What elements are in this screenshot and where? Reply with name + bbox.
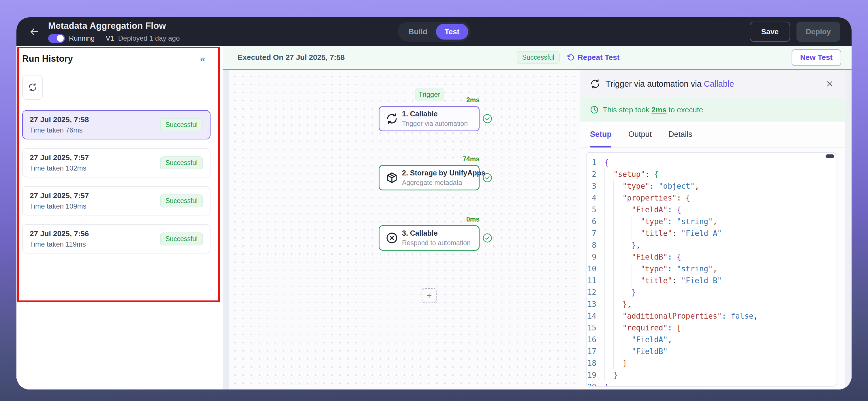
code-line: 17"FieldB" [587, 346, 837, 358]
add-step-button[interactable]: + [422, 288, 437, 303]
duration-value: 2ms [651, 105, 666, 114]
line-number: 20 [587, 381, 604, 387]
node-title: 1. Callable [402, 110, 468, 118]
code-lines: 1{2"setup": {3"type": "object",4"propert… [587, 157, 837, 387]
line-number: 11 [587, 275, 604, 287]
run-date: 27 Jul 2025, 7:58 [30, 115, 89, 124]
success-check-icon [483, 233, 492, 243]
run-history-item[interactable]: 27 Jul 2025, 7:57Time taken 102msSuccess… [22, 148, 211, 177]
line-number: 15 [587, 322, 604, 334]
node-callable-respond[interactable]: 3. Callable Respond to automation [379, 225, 479, 250]
line-number: 2 [587, 169, 604, 180]
line-number: 7 [587, 228, 604, 239]
running-toggle[interactable] [48, 34, 65, 43]
node-subtitle: Trigger via automation [402, 120, 468, 128]
tab-output[interactable]: Output [628, 130, 652, 139]
line-number: 1 [587, 157, 604, 169]
sync-icon [590, 79, 600, 89]
flow-canvas[interactable]: Trigger 2ms 1. Callable Trigger via auto… [229, 70, 580, 390]
success-check-icon [483, 114, 492, 124]
code-line: 13}, [587, 298, 837, 310]
refresh-runs-button[interactable] [22, 75, 43, 100]
status-badge: Successful [517, 51, 560, 64]
app-window: Metadata Aggregation Flow Running V1 Dep… [17, 17, 851, 390]
run-history-list: 27 Jul 2025, 7:58Time taken 76msSuccessf… [22, 110, 223, 254]
test-result-bar: Executed On 27 Jul 2025, 7:58 Successful… [223, 46, 851, 70]
deploy-button[interactable]: Deploy [797, 22, 840, 42]
run-status-badge: Successful [160, 195, 203, 207]
refresh-icon [28, 83, 37, 92]
run-status-badge: Successful [160, 232, 203, 245]
code-line: 5"FieldA": { [587, 204, 837, 216]
code-line: 20} [587, 381, 837, 387]
line-number: 16 [587, 334, 604, 346]
repeat-test-button[interactable]: Repeat Test [567, 53, 619, 62]
run-date: 27 Jul 2025, 7:57 [30, 153, 89, 162]
active-tab-underline [590, 146, 611, 147]
x-circle-icon [386, 232, 398, 244]
code-line: 18] [587, 358, 837, 369]
code-line: 16"FieldA", [587, 334, 837, 346]
run-history-item[interactable]: 27 Jul 2025, 7:58Time taken 76msSuccessf… [22, 110, 211, 139]
build-test-switch: Build Test [398, 22, 470, 42]
json-code-editor[interactable]: 1{2"setup": {3"type": "object",4"propert… [586, 152, 837, 387]
node-title: 3. Callable [402, 229, 471, 237]
line-number: 14 [587, 310, 604, 322]
code-line: 19} [587, 369, 837, 381]
code-line: 7"title": "Field A" [587, 228, 837, 239]
run-time: Time taken 102ms [30, 164, 89, 172]
save-button[interactable]: Save [750, 22, 790, 42]
tab-separator [620, 129, 620, 140]
code-line: 4"properties": { [587, 192, 837, 204]
clock-icon [590, 105, 599, 114]
run-status-badge: Successful [160, 157, 203, 169]
tab-details[interactable]: Details [669, 130, 692, 139]
run-history-item[interactable]: 27 Jul 2025, 7:57Time taken 109msSuccess… [22, 186, 211, 215]
code-line: 15"required": [ [587, 322, 837, 334]
node-subtitle: Aggregate metadata [402, 179, 473, 187]
run-history-item[interactable]: 27 Jul 2025, 7:56Time taken 119msSuccess… [22, 224, 211, 254]
panel-divider [223, 70, 229, 390]
code-line: 10"type": "string", [587, 263, 837, 275]
divider [100, 34, 100, 42]
node-title: 2. Storage by UnifyApps [402, 169, 473, 177]
tab-build[interactable]: Build [400, 24, 436, 40]
code-line: 6"type": "string", [587, 216, 837, 228]
scrollbar-thumb[interactable] [826, 155, 834, 158]
node-duration-label: 0ms [379, 215, 479, 223]
tab-separator [660, 129, 660, 140]
line-number: 12 [587, 287, 604, 298]
code-line: 9"FieldB": { [587, 251, 837, 263]
titlebar: Metadata Aggregation Flow Running V1 Dep… [17, 17, 851, 46]
page-scrollbar-gutter[interactable] [845, 70, 851, 390]
line-number: 18 [587, 358, 604, 369]
collapse-icon[interactable]: « [200, 54, 205, 63]
node-subtitle: Respond to automation [402, 239, 471, 247]
running-status-label: Running [69, 34, 95, 42]
callable-link[interactable]: Callable [704, 79, 734, 89]
back-button[interactable] [28, 25, 41, 38]
line-number: 4 [587, 192, 604, 204]
close-panel-button[interactable] [824, 78, 835, 90]
node-storage[interactable]: 2. Storage by UnifyApps Aggregate metada… [379, 165, 479, 191]
run-history-title: Run History [22, 54, 73, 64]
code-line: 14"additionalProperties": false, [587, 310, 837, 322]
run-date: 27 Jul 2025, 7:56 [30, 229, 89, 238]
line-number: 5 [587, 204, 604, 216]
code-line: 1{ [587, 157, 837, 169]
version-link[interactable]: V1 [105, 34, 114, 42]
new-test-button[interactable]: New Test [792, 49, 841, 66]
node-duration-label: 74ms [379, 155, 479, 163]
code-line: 3"type": "object", [587, 180, 837, 192]
tab-setup[interactable]: Setup [590, 130, 612, 139]
page-title: Metadata Aggregation Flow [48, 21, 180, 31]
arrow-left-icon [29, 27, 39, 37]
line-number: 19 [587, 369, 604, 381]
tab-test[interactable]: Test [436, 24, 468, 40]
rotate-ccw-icon [567, 54, 575, 62]
line-number: 3 [587, 180, 604, 192]
node-callable-trigger[interactable]: 1. Callable Trigger via automation [379, 106, 479, 131]
run-time: Time taken 109ms [30, 202, 89, 210]
repeat-test-label: Repeat Test [578, 53, 619, 62]
line-number: 17 [587, 346, 604, 358]
